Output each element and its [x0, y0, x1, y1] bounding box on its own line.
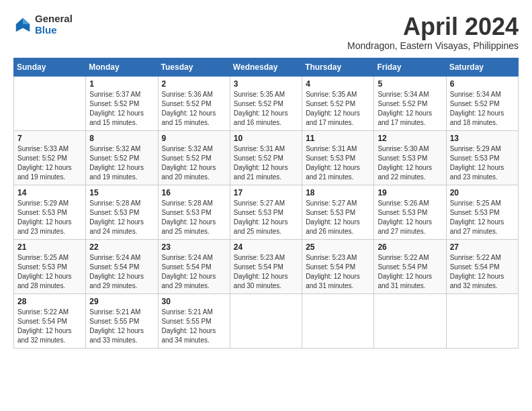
day-info: Sunrise: 5:23 AMSunset: 5:54 PMDaylight:…: [306, 253, 370, 291]
calendar-week-row: 21Sunrise: 5:25 AMSunset: 5:53 PMDayligh…: [14, 239, 519, 293]
calendar-cell: 21Sunrise: 5:25 AMSunset: 5:53 PMDayligh…: [14, 239, 86, 293]
day-info: Sunrise: 5:34 AMSunset: 5:52 PMDaylight:…: [378, 90, 442, 128]
weekday-header: Saturday: [446, 58, 518, 76]
day-number: 11: [306, 134, 370, 143]
day-number: 29: [89, 297, 154, 306]
calendar-cell: 12Sunrise: 5:30 AMSunset: 5:53 PMDayligh…: [374, 130, 446, 185]
calendar-cell: 4Sunrise: 5:35 AMSunset: 5:52 PMDaylight…: [302, 76, 374, 130]
calendar-cell: 1Sunrise: 5:37 AMSunset: 5:52 PMDaylight…: [86, 76, 158, 130]
day-number: 3: [234, 79, 298, 89]
day-number: 20: [450, 188, 515, 197]
logo-text: General Blue: [35, 13, 73, 36]
day-info: Sunrise: 5:21 AMSunset: 5:55 PMDaylight:…: [162, 308, 226, 345]
calendar-cell: 2Sunrise: 5:36 AMSunset: 5:52 PMDaylight…: [158, 76, 230, 130]
day-info: Sunrise: 5:35 AMSunset: 5:52 PMDaylight:…: [306, 90, 370, 128]
day-info: Sunrise: 5:31 AMSunset: 5:52 PMDaylight:…: [234, 144, 298, 182]
day-number: 19: [378, 188, 442, 197]
calendar-cell: 8Sunrise: 5:32 AMSunset: 5:52 PMDaylight…: [86, 130, 158, 185]
day-info: Sunrise: 5:30 AMSunset: 5:53 PMDaylight:…: [378, 144, 442, 182]
day-number: 12: [378, 134, 442, 143]
day-number: 25: [306, 242, 370, 252]
calendar-cell: 13Sunrise: 5:29 AMSunset: 5:53 PMDayligh…: [446, 130, 518, 185]
logo-icon: [13, 15, 32, 34]
day-info: Sunrise: 5:28 AMSunset: 5:53 PMDaylight:…: [89, 199, 154, 236]
calendar-cell: 25Sunrise: 5:23 AMSunset: 5:54 PMDayligh…: [302, 239, 374, 293]
calendar-week-row: 28Sunrise: 5:22 AMSunset: 5:54 PMDayligh…: [14, 293, 519, 348]
weekday-header: Wednesday: [230, 58, 302, 76]
page-header: General Blue April 2024 Mondragon, Easte…: [13, 13, 519, 51]
title-block: April 2024 Mondragon, Eastern Visayas, P…: [347, 13, 519, 51]
calendar-cell: 19Sunrise: 5:26 AMSunset: 5:53 PMDayligh…: [374, 185, 446, 239]
day-number: 17: [234, 188, 298, 197]
weekday-header: Friday: [374, 58, 446, 76]
calendar-cell: 14Sunrise: 5:29 AMSunset: 5:53 PMDayligh…: [14, 185, 86, 239]
day-number: 24: [234, 242, 298, 252]
day-number: 10: [234, 134, 298, 143]
day-info: Sunrise: 5:21 AMSunset: 5:55 PMDaylight:…: [89, 308, 154, 345]
calendar-cell: 30Sunrise: 5:21 AMSunset: 5:55 PMDayligh…: [158, 293, 230, 348]
day-info: Sunrise: 5:22 AMSunset: 5:54 PMDaylight:…: [378, 253, 442, 291]
day-info: Sunrise: 5:22 AMSunset: 5:54 PMDaylight:…: [17, 308, 82, 345]
day-number: 18: [306, 188, 370, 197]
calendar-cell: 15Sunrise: 5:28 AMSunset: 5:53 PMDayligh…: [86, 185, 158, 239]
day-number: 26: [378, 242, 442, 252]
day-number: 22: [89, 242, 154, 252]
day-info: Sunrise: 5:24 AMSunset: 5:54 PMDaylight:…: [89, 253, 154, 291]
weekday-header: Tuesday: [158, 58, 230, 76]
calendar-week-row: 7Sunrise: 5:33 AMSunset: 5:52 PMDaylight…: [14, 130, 519, 185]
calendar-cell: 26Sunrise: 5:22 AMSunset: 5:54 PMDayligh…: [374, 239, 446, 293]
svg-marker-1: [23, 17, 30, 24]
day-info: Sunrise: 5:26 AMSunset: 5:53 PMDaylight:…: [378, 199, 442, 236]
weekday-header: Monday: [86, 58, 158, 76]
calendar-cell: 5Sunrise: 5:34 AMSunset: 5:52 PMDaylight…: [374, 76, 446, 130]
day-number: 16: [162, 188, 226, 197]
calendar-table: SundayMondayTuesdayWednesdayThursdayFrid…: [13, 58, 519, 349]
day-number: 23: [162, 242, 226, 252]
day-info: Sunrise: 5:24 AMSunset: 5:54 PMDaylight:…: [162, 253, 226, 291]
day-info: Sunrise: 5:23 AMSunset: 5:54 PMDaylight:…: [234, 253, 298, 291]
day-number: 8: [89, 134, 154, 143]
day-number: 5: [378, 79, 442, 89]
day-number: 13: [450, 134, 515, 143]
calendar-cell: 17Sunrise: 5:27 AMSunset: 5:53 PMDayligh…: [230, 185, 302, 239]
day-number: 7: [17, 134, 82, 143]
day-info: Sunrise: 5:32 AMSunset: 5:52 PMDaylight:…: [162, 144, 226, 182]
day-info: Sunrise: 5:36 AMSunset: 5:52 PMDaylight:…: [162, 90, 226, 128]
day-info: Sunrise: 5:34 AMSunset: 5:52 PMDaylight:…: [450, 90, 515, 128]
day-info: Sunrise: 5:29 AMSunset: 5:53 PMDaylight:…: [17, 199, 82, 236]
day-info: Sunrise: 5:33 AMSunset: 5:52 PMDaylight:…: [17, 144, 82, 182]
day-info: Sunrise: 5:31 AMSunset: 5:53 PMDaylight:…: [306, 144, 370, 182]
location: Mondragon, Eastern Visayas, Philippines: [347, 40, 519, 51]
calendar-cell: 9Sunrise: 5:32 AMSunset: 5:52 PMDaylight…: [158, 130, 230, 185]
calendar-cell: 23Sunrise: 5:24 AMSunset: 5:54 PMDayligh…: [158, 239, 230, 293]
day-number: 15: [89, 188, 154, 197]
calendar-cell: [446, 293, 518, 348]
day-number: 27: [450, 242, 515, 252]
day-info: Sunrise: 5:29 AMSunset: 5:53 PMDaylight:…: [450, 144, 515, 182]
day-info: Sunrise: 5:28 AMSunset: 5:53 PMDaylight:…: [162, 199, 226, 236]
day-info: Sunrise: 5:25 AMSunset: 5:53 PMDaylight:…: [450, 199, 515, 236]
calendar-cell: 20Sunrise: 5:25 AMSunset: 5:53 PMDayligh…: [446, 185, 518, 239]
weekday-header: Sunday: [14, 58, 86, 76]
day-info: Sunrise: 5:27 AMSunset: 5:53 PMDaylight:…: [234, 199, 298, 236]
day-number: 2: [162, 79, 226, 89]
day-number: 4: [306, 79, 370, 89]
calendar-cell: 27Sunrise: 5:22 AMSunset: 5:54 PMDayligh…: [446, 239, 518, 293]
calendar-cell: 6Sunrise: 5:34 AMSunset: 5:52 PMDaylight…: [446, 76, 518, 130]
calendar-cell: 29Sunrise: 5:21 AMSunset: 5:55 PMDayligh…: [86, 293, 158, 348]
month-title: April 2024: [347, 13, 519, 40]
day-info: Sunrise: 5:25 AMSunset: 5:53 PMDaylight:…: [17, 253, 82, 291]
calendar-cell: [14, 76, 86, 130]
day-number: 1: [89, 79, 154, 89]
calendar-cell: 18Sunrise: 5:27 AMSunset: 5:53 PMDayligh…: [302, 185, 374, 239]
calendar-header-row: SundayMondayTuesdayWednesdayThursdayFrid…: [14, 58, 519, 76]
day-info: Sunrise: 5:27 AMSunset: 5:53 PMDaylight:…: [306, 199, 370, 236]
day-number: 30: [162, 297, 226, 306]
day-number: 28: [17, 297, 82, 306]
calendar-cell: 7Sunrise: 5:33 AMSunset: 5:52 PMDaylight…: [14, 130, 86, 185]
weekday-header: Thursday: [302, 58, 374, 76]
calendar-cell: 11Sunrise: 5:31 AMSunset: 5:53 PMDayligh…: [302, 130, 374, 185]
calendar-cell: 16Sunrise: 5:28 AMSunset: 5:53 PMDayligh…: [158, 185, 230, 239]
day-number: 6: [450, 79, 515, 89]
logo: General Blue: [13, 13, 73, 36]
